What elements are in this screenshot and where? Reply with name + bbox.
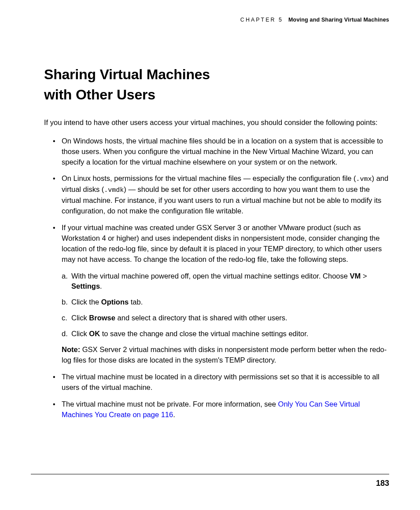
substep-item: b. Click the Options tab. xyxy=(62,297,389,308)
chapter-title: Moving and Sharing Virtual Machines xyxy=(288,17,389,23)
step-text-pre: Click xyxy=(71,330,89,338)
step-text-post: . xyxy=(100,282,102,290)
section-heading: Sharing Virtual Machines with Other User… xyxy=(44,64,389,105)
step-text-post: and select a directory that is shared wi… xyxy=(115,314,287,322)
step-marker: a. xyxy=(62,271,68,282)
bullet-text: If your virtual machine was created unde… xyxy=(62,224,382,263)
page-footer: 183 xyxy=(31,474,389,488)
list-item: On Windows hosts, the virtual machine fi… xyxy=(62,136,389,168)
code-text: .vmx xyxy=(356,176,372,183)
menu-path-bold: Settings xyxy=(71,282,100,290)
step-text-post: tab. xyxy=(129,298,143,306)
list-item: The virtual machine must be located in a… xyxy=(62,372,389,393)
ui-element-bold: Options xyxy=(101,298,129,306)
intro-paragraph: If you intend to have other users access… xyxy=(44,117,389,128)
code-text: .vmdk xyxy=(104,187,124,194)
note-label: Note: xyxy=(62,345,80,353)
list-item: On Linux hosts, permissions for the virt… xyxy=(62,173,389,216)
heading-line-2: with Other Users xyxy=(44,87,155,103)
note-text: GSX Server 2 virtual machines with disks… xyxy=(62,345,387,364)
bullet-text: The virtual machine must be located in a… xyxy=(62,373,379,391)
heading-line-1: Sharing Virtual Machines xyxy=(44,66,210,82)
page-number: 183 xyxy=(376,479,389,488)
note-block: Note: GSX Server 2 virtual machines with… xyxy=(62,345,389,366)
bullet-list: On Windows hosts, the virtual machine fi… xyxy=(44,136,389,420)
step-marker: d. xyxy=(62,329,68,339)
bullet-text-pre: The virtual machine must not be private.… xyxy=(62,400,278,408)
step-text-pre: Click the xyxy=(71,298,101,306)
page-content: Sharing Virtual Machines with Other User… xyxy=(0,23,420,420)
page-header: CHAPTER 5 Moving and Sharing Virtual Mac… xyxy=(0,17,420,23)
bullet-text: On Windows hosts, the virtual machine fi… xyxy=(62,137,383,166)
ui-element-bold: Browse xyxy=(89,314,115,322)
step-marker: b. xyxy=(62,297,68,308)
step-text-pre: With the virtual machine powered off, op… xyxy=(71,272,350,280)
menu-path-bold: VM xyxy=(350,272,361,280)
step-text-post: to save the change and close the virtual… xyxy=(100,330,308,338)
step-marker: c. xyxy=(62,313,67,323)
bullet-text-pre: On Linux hosts, permissions for the virt… xyxy=(62,174,356,182)
list-item: If your virtual machine was created unde… xyxy=(62,223,389,366)
chapter-label: CHAPTER 5 xyxy=(240,17,283,23)
substep-item: d. Click OK to save the change and close… xyxy=(62,329,389,339)
ui-element-bold: OK xyxy=(89,330,100,338)
list-item: The virtual machine must not be private.… xyxy=(62,399,389,420)
menu-sep: > xyxy=(361,272,367,280)
substep-list: a. With the virtual machine powered off,… xyxy=(62,271,389,340)
substep-item: a. With the virtual machine powered off,… xyxy=(62,271,389,292)
substep-item: c. Click Browse and select a directory t… xyxy=(62,313,389,323)
step-text-pre: Click xyxy=(71,314,89,322)
bullet-text-post: . xyxy=(173,411,175,418)
